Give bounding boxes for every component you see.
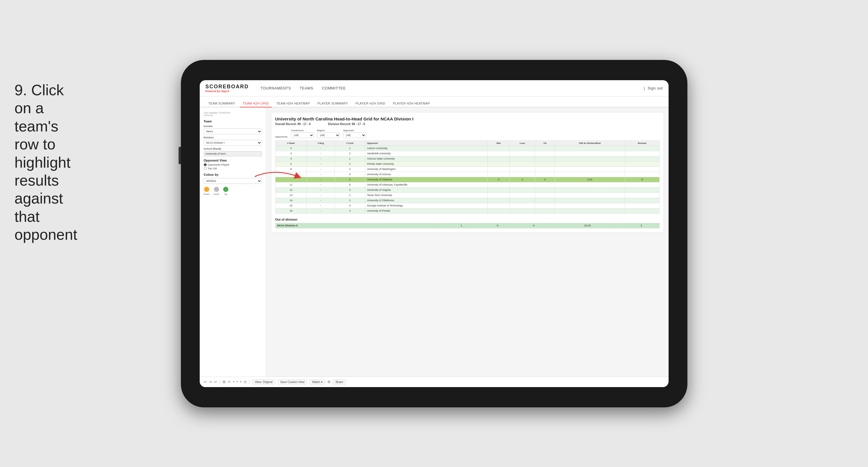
nav-tournaments[interactable]: TOURNAMENTS [260, 85, 291, 91]
table-row[interactable]: 2-1Auburn University [275, 146, 659, 151]
circle-icon[interactable]: ⊙ [244, 380, 247, 384]
legend-dot-up [223, 187, 228, 192]
colour-select[interactable]: Win/loss [204, 178, 262, 184]
out-loss: 0 [479, 223, 516, 228]
cell: 3 [335, 172, 365, 177]
nav-teams[interactable]: TEAMS [300, 85, 313, 91]
opponent-filter-select[interactable]: (All) [343, 132, 366, 138]
table-row[interactable]: 15-4Georgia Institute of Technology [275, 203, 659, 208]
subnav-team-h2h-heatmap[interactable]: TEAM H2H HEATMAP [274, 100, 313, 108]
division-select[interactable]: NCAA Division I [204, 140, 262, 146]
radio-top100[interactable]: Top 100 [204, 167, 262, 170]
th-rounds: Rounds [625, 140, 659, 146]
cell [487, 198, 510, 203]
gender-select[interactable]: Men's [204, 128, 262, 134]
subnav-player-summary[interactable]: PLAYER SUMMARY [315, 100, 351, 108]
opponent-filter-label: Opponent [343, 129, 366, 132]
division-label: Division [204, 136, 262, 139]
cell: - [307, 156, 335, 161]
cell [510, 161, 535, 167]
cell [535, 172, 555, 177]
legend-up: Up [223, 187, 228, 196]
table-row[interactable]: 13-1Texas Tech University [275, 193, 659, 198]
logo-powered: Powered by clipp'd [206, 90, 249, 93]
tablet-frame: SCOREBOARD Powered by clipp'd TOURNAMENT… [181, 60, 687, 407]
cell: 2 [275, 146, 307, 151]
dot1-icon[interactable]: • [233, 380, 234, 384]
nav-committee[interactable]: COMMITTEE [322, 85, 346, 91]
table-body: 2-1Auburn University3-2Vanderbilt Univer… [275, 146, 659, 213]
dot2-icon[interactable]: • [237, 380, 238, 384]
cell [625, 182, 659, 187]
cell [535, 187, 555, 193]
save-custom-btn[interactable]: Save Custom View [278, 379, 307, 385]
out-of-division-row[interactable]: NCAA Division II 1 0 0 26.00 3 [275, 223, 659, 228]
cell [510, 167, 535, 172]
cell: - [307, 151, 335, 156]
share-btn[interactable]: Share [333, 379, 346, 385]
subnav-team-h2h-grid[interactable]: TEAM H2H GRID [240, 100, 272, 108]
cell: - [307, 172, 335, 177]
grid-icon[interactable]: ⊞ [223, 380, 225, 384]
cell [535, 156, 555, 161]
redo-icon[interactable]: ↪ [209, 380, 212, 384]
table-row[interactable]: 4-1Arizona State University [275, 156, 659, 161]
cell: - [307, 177, 335, 182]
cell: 2 [335, 151, 365, 156]
cell [535, 208, 555, 213]
table-row[interactable]: 12-3University of Virginia [275, 187, 659, 193]
table-row[interactable]: 8-2University of Washington [275, 167, 659, 172]
opponent-name-cell: University of Arkansas, Fayetteville [365, 182, 487, 187]
subnav-player-h2h-grid[interactable]: PLAYER H2H GRID [353, 100, 389, 108]
opponent-name-cell: University of Virginia [365, 187, 487, 193]
dot3-icon[interactable]: • [240, 380, 241, 384]
division-record: Division Record: 88 - 17 - 0 [328, 122, 365, 126]
undo-icon[interactable]: ↩ [204, 380, 207, 384]
table-row[interactable]: --3University of Arizona [275, 172, 659, 177]
cell [535, 203, 555, 208]
table-row[interactable]: 14-2University of Oklahoma [275, 198, 659, 203]
radio-opponents-played[interactable]: Opponents Played [204, 163, 262, 166]
cell: 2 [335, 198, 365, 203]
cell [487, 167, 510, 172]
left-panel: Last Updated: 27/03/2024 16:55:38 Team G… [200, 108, 266, 377]
opponent-name-cell: Vanderbilt University [365, 151, 487, 156]
opponent-name-cell: University of Florida [365, 208, 487, 213]
table-row[interactable]: --5University of Alabama3002.618 [275, 177, 659, 182]
cell: 2.61 [555, 177, 625, 182]
cell: 12 [275, 187, 307, 193]
cell [487, 151, 510, 156]
cell: 0 [535, 177, 555, 182]
tablet-side-button [179, 147, 181, 164]
cell: 4 [275, 156, 307, 161]
step-number: 9. [14, 82, 31, 98]
th-diff: Diff Av Strokes/Rnd [555, 140, 625, 146]
back-icon[interactable]: ↩ [214, 380, 217, 384]
table-row[interactable]: 3-2Vanderbilt University [275, 151, 659, 156]
cell: - [307, 167, 335, 172]
subnav-team-summary[interactable]: TEAM SUMMARY [206, 100, 238, 108]
subnav-player-h2h-heatmap[interactable]: PLAYER H2H HEATMAP [390, 100, 433, 108]
opponent-name-cell: Georgia Institute of Technology [365, 203, 487, 208]
cell: - [307, 161, 335, 167]
table-row[interactable]: 6-2Florida State University [275, 161, 659, 167]
table-row[interactable]: 16-3University of Florida [275, 208, 659, 213]
out-of-division-table: NCAA Division II 1 0 0 26.00 3 [275, 223, 660, 228]
opponent-view-label: Opponent View [204, 159, 262, 162]
cell [625, 146, 659, 151]
settings-icon[interactable]: ⚙ [327, 380, 331, 384]
region-filter-select[interactable]: (All) [317, 132, 340, 138]
cut-icon[interactable]: ✂ [228, 380, 231, 384]
watch-btn[interactable]: Watch ▾ [309, 379, 325, 385]
view-original-btn[interactable]: View: Original [252, 379, 275, 385]
table-row[interactable]: 11-6University of Arkansas, Fayetteville [275, 182, 659, 187]
toolbar: ↩ ↪ ↩ | ⊞ ✂ • • • ⊙ | View: Original Sav… [200, 377, 669, 387]
conference-filter-select[interactable]: (All) [291, 132, 314, 138]
cell: 8 [625, 177, 659, 182]
cell: 14 [275, 198, 307, 203]
cell: - [307, 193, 335, 198]
cell [487, 182, 510, 187]
th-win: Win [487, 140, 510, 146]
sign-out-link[interactable]: Sign out [648, 85, 663, 91]
cell [535, 167, 555, 172]
